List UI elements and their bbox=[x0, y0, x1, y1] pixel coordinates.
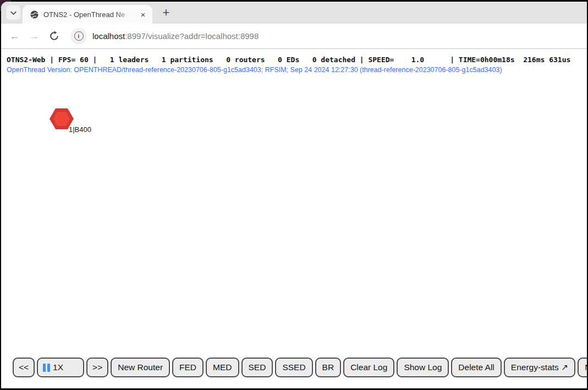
speed-down-button[interactable]: << bbox=[13, 358, 35, 377]
new-br-button[interactable]: BR bbox=[315, 358, 342, 377]
globe-favicon-icon bbox=[30, 10, 39, 19]
show-log-button[interactable]: Show Log bbox=[397, 358, 449, 377]
new-ssed-button[interactable]: SSED bbox=[275, 358, 312, 377]
openthread-version-link[interactable]: OpenThread Version: OPENTHREAD/thread-re… bbox=[7, 66, 502, 74]
new-fed-button[interactable]: FED bbox=[172, 358, 204, 377]
clear-log-button[interactable]: Clear Log bbox=[343, 358, 394, 377]
url-host: localhost bbox=[92, 31, 125, 41]
node-label: 1|B400 bbox=[69, 125, 91, 134]
forward-icon[interactable]: → bbox=[29, 31, 40, 41]
browser-window: OTNS2 - OpenThread Ne × + ← → i localhos… bbox=[1, 2, 587, 388]
pause-speed-button[interactable]: 1X bbox=[37, 358, 84, 377]
url-path: :8997/visualize?addr=localhost:8998 bbox=[125, 31, 259, 41]
back-icon[interactable]: ← bbox=[9, 31, 20, 41]
site-info-button[interactable]: i bbox=[70, 28, 87, 45]
delete-all-button[interactable]: Delete All bbox=[451, 358, 501, 377]
energy-stats-button[interactable]: Energy-stats ↗ bbox=[504, 358, 575, 377]
chevron-down-icon bbox=[10, 8, 17, 18]
new-sed-button[interactable]: SED bbox=[241, 358, 273, 377]
info-icon: i bbox=[74, 31, 84, 41]
new-med-button[interactable]: MED bbox=[206, 358, 239, 377]
speed-label: 1X bbox=[53, 362, 63, 372]
node-stats-button[interactable]: Node-stats ↗ bbox=[578, 358, 587, 377]
tab-close-icon[interactable]: × bbox=[138, 9, 148, 19]
browser-tab-otns2[interactable]: OTNS2 - OpenThread Ne × bbox=[23, 5, 152, 24]
pause-icon bbox=[43, 364, 50, 372]
reload-icon[interactable] bbox=[49, 31, 59, 41]
tab-title: OTNS2 - OpenThread Ne bbox=[43, 10, 136, 19]
tab-search-button[interactable] bbox=[6, 6, 20, 20]
url-field[interactable]: localhost:8997/visualize?addr=localhost:… bbox=[92, 31, 259, 41]
tab-strip: OTNS2 - OpenThread Ne × + bbox=[1, 2, 587, 24]
otns-canvas: OTNS2-Web | FPS= 60 | 1 leaders 1 partit… bbox=[1, 49, 587, 388]
new-tab-button[interactable]: + bbox=[159, 6, 173, 20]
speed-up-button[interactable]: >> bbox=[86, 358, 108, 377]
address-bar: ← → i localhost:8997/visualize?addr=loca… bbox=[1, 24, 587, 49]
action-bar: << 1X >> New Router FED MED SED SSED BR … bbox=[13, 358, 587, 377]
simulation-status-line: OTNS2-Web | FPS= 60 | 1 leaders 1 partit… bbox=[7, 56, 570, 64]
new-router-button[interactable]: New Router bbox=[111, 358, 170, 377]
